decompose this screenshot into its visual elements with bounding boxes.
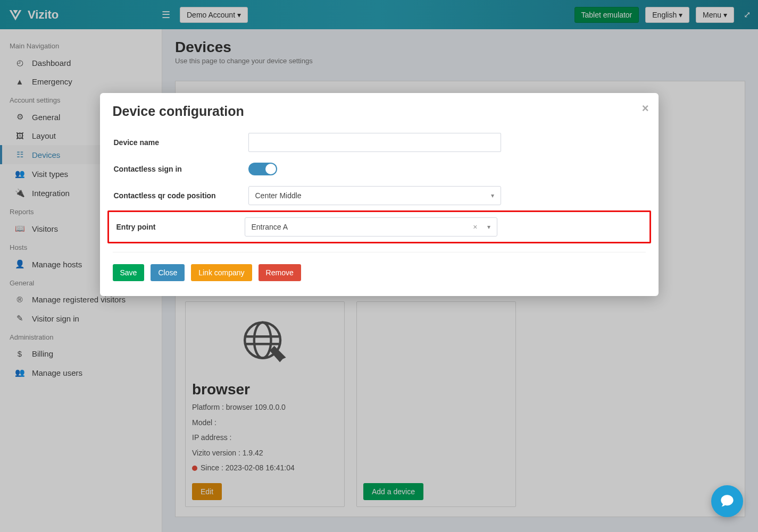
device-name-input[interactable] bbox=[248, 133, 501, 152]
save-button[interactable]: Save bbox=[113, 264, 145, 281]
contactless-label: Contactless sign in bbox=[113, 165, 248, 173]
form-row-entry-point: Entry point Entrance A × ▾ bbox=[115, 215, 646, 239]
caret-down-icon: ▾ bbox=[487, 223, 490, 231]
chat-icon bbox=[720, 494, 735, 509]
caret-down-icon: ▾ bbox=[491, 192, 494, 199]
qr-position-select[interactable]: Center Middle ▾ bbox=[248, 186, 501, 205]
device-config-modal: × Device configuration Device name Conta… bbox=[100, 93, 659, 296]
device-name-label: Device name bbox=[113, 138, 248, 147]
close-icon[interactable]: × bbox=[642, 102, 649, 115]
close-button[interactable]: Close bbox=[151, 264, 185, 281]
form-row-qr-position: Contactless qr code position Center Midd… bbox=[113, 181, 646, 210]
contactless-toggle[interactable] bbox=[248, 163, 277, 175]
clear-icon[interactable]: × bbox=[473, 223, 477, 231]
qr-position-label: Contactless qr code position bbox=[113, 191, 248, 200]
chat-fab[interactable] bbox=[711, 485, 743, 517]
qr-position-value: Center Middle bbox=[255, 191, 302, 200]
modal-actions: Save Close Link company Remove bbox=[113, 264, 646, 281]
modal-overlay: × Device configuration Device name Conta… bbox=[0, 0, 758, 532]
entry-point-value: Entrance A bbox=[252, 223, 288, 231]
form-row-contactless: Contactless sign in bbox=[113, 157, 646, 181]
remove-button[interactable]: Remove bbox=[259, 264, 301, 281]
entry-point-highlight: Entry point Entrance A × ▾ bbox=[107, 210, 651, 243]
modal-title: Device configuration bbox=[113, 104, 646, 119]
link-company-button[interactable]: Link company bbox=[191, 264, 252, 281]
entry-point-label: Entry point bbox=[115, 223, 245, 231]
entry-point-select[interactable]: Entrance A × ▾ bbox=[245, 217, 497, 237]
form-row-device-name: Device name bbox=[113, 128, 646, 157]
